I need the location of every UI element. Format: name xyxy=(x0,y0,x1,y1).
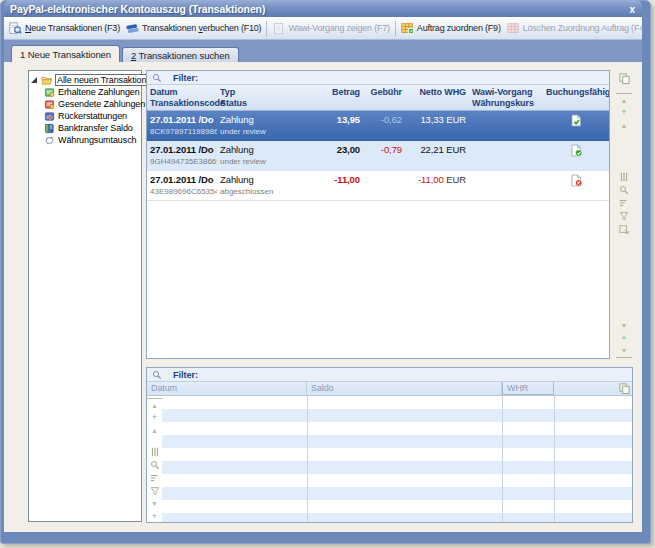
column-separator xyxy=(307,396,308,522)
new-transactions-icon xyxy=(9,22,22,35)
balance-header-row: Datum Saldo WHR xyxy=(147,382,632,396)
balance-grid-toolbar: ▲ + ▲ xyxy=(147,396,162,523)
assign-order-icon xyxy=(401,22,414,35)
column-separator xyxy=(502,396,503,522)
search-grid-button[interactable] xyxy=(616,183,632,196)
balance-grid-body: ▲ + ▲ xyxy=(147,396,632,522)
tree-item-waehrungsumtausch[interactable]: Währungsumtausch xyxy=(29,134,141,146)
scroll-down-button[interactable]: ▼ xyxy=(616,319,632,332)
assign-order-button[interactable]: Auftrag zuordnen (F9) xyxy=(398,20,504,37)
balance-rows[interactable] xyxy=(147,396,632,522)
post-transactions-icon xyxy=(126,22,139,35)
column-header-saldo[interactable]: Saldo xyxy=(307,382,502,395)
transaction-row[interactable]: 27.01.2011 /Do8CK9789711989861D Zahlungu… xyxy=(147,111,609,141)
show-wawi-order-icon xyxy=(272,22,285,35)
column-header-gebuehr[interactable]: Gebühr xyxy=(363,85,405,110)
column-header-betrag[interactable]: Betrag xyxy=(321,85,363,110)
column-header-spacer xyxy=(554,382,617,395)
received-payments-icon xyxy=(44,87,55,98)
transactions-grid: Filter: DatumTransaktionscode TypStatus … xyxy=(146,70,610,359)
document-check-icon xyxy=(570,114,583,127)
add-row-button[interactable]: + xyxy=(616,106,632,119)
transaction-tree-panel: Alle neuen Transaktionen Erhaltene Zahlu… xyxy=(28,70,142,522)
column-header-datum[interactable]: DatumTransaktionscode xyxy=(147,85,217,110)
add-row-button[interactable]: + xyxy=(147,411,163,424)
tree-item-rueckerstattungen[interactable]: Rückerstattungen xyxy=(29,110,141,122)
bank-transfer-icon xyxy=(44,123,55,134)
sort-button[interactable] xyxy=(616,196,632,209)
tab-transaktionen-suchen[interactable]: 2 Transaktionen suchen xyxy=(122,47,239,62)
tab-neue-transaktionen[interactable]: 1 Neue Transaktionen xyxy=(11,45,120,62)
sort-button[interactable] xyxy=(147,471,163,484)
delete-order-assignment-icon xyxy=(507,22,520,35)
add-row-bottom-button[interactable]: + xyxy=(616,332,632,345)
currency-exchange-icon xyxy=(44,135,55,146)
window-frame: PayPal-elektronischer Kontoauszug (Trans… xyxy=(0,0,651,544)
scroll-to-bottom-button[interactable]: ▼ xyxy=(616,345,632,358)
column-header-typ[interactable]: TypStatus xyxy=(217,85,321,110)
tree-item-gesendete-zahlungen[interactable]: Gesendete Zahlungen xyxy=(29,98,141,110)
filter-grid-button[interactable] xyxy=(616,209,632,222)
columns-button[interactable] xyxy=(616,170,632,183)
delete-order-assignment-button[interactable]: Löschen Zuordnung Auftrag (F4) xyxy=(504,20,642,37)
filter-grid-button[interactable] xyxy=(147,484,163,497)
content-area: Alle neuen Transaktionen Erhaltene Zahlu… xyxy=(4,62,642,531)
scroll-to-top-button[interactable]: ▲ xyxy=(616,93,632,106)
column-header-whr[interactable]: WHR xyxy=(502,382,554,395)
titlebar[interactable]: PayPal-elektronischer Kontoauszug (Trans… xyxy=(4,0,642,17)
tab-strip: 1 Neue Transaktionen 2 Transaktionen suc… xyxy=(4,40,642,62)
tree-item-erhaltene-zahlungen[interactable]: Erhaltene Zahlungen xyxy=(29,86,141,98)
balance-filter-row[interactable]: Filter: xyxy=(147,368,632,382)
document-check-circle-icon xyxy=(570,144,583,157)
column-separator xyxy=(554,396,555,522)
sent-payments-icon xyxy=(44,99,55,110)
column-header-datum[interactable]: Datum xyxy=(147,382,307,395)
balance-grid: Filter: Datum Saldo WHR xyxy=(146,367,633,523)
copy-grid-icon[interactable] xyxy=(616,72,632,85)
transactions-grid-toolbar: ▲ + ▲ ▼ + xyxy=(614,72,634,358)
new-transactions-button[interactable]: Neue Transaktionen (F3) xyxy=(6,20,123,37)
show-wawi-order-button[interactable]: Wawi-Vorgang zeigen (F7) xyxy=(269,20,392,37)
copy-grid-icon[interactable] xyxy=(617,382,632,395)
transaction-row[interactable]: 27.01.2011 /Do43E989696C6535442 Zahlunga… xyxy=(147,171,609,201)
toolbar-separator xyxy=(266,21,267,36)
transaction-row[interactable]: 27.01.2011 /Do9GH494735E3866936 Zahlungu… xyxy=(147,141,609,171)
transactions-filter-row[interactable]: Filter: xyxy=(147,71,609,85)
tree-expander-icon[interactable] xyxy=(31,77,37,83)
post-transactions-button[interactable]: Transaktionen verbuchen (F10) xyxy=(123,20,264,37)
window-title: PayPal-elektronischer Kontoauszug (Trans… xyxy=(10,3,265,15)
transactions-header-row: DatumTransaktionscode TypStatus Betrag G… xyxy=(147,85,609,111)
filter-magnifier-icon xyxy=(152,73,162,83)
add-row-bottom-button[interactable]: + xyxy=(147,510,163,523)
tree-item-all-new-transactions[interactable]: Alle neuen Transaktionen xyxy=(29,74,141,86)
document-cross-circle-icon xyxy=(570,174,583,187)
scroll-up-button[interactable]: ▲ xyxy=(616,119,632,132)
tree-item-banktransfer-saldo[interactable]: Banktransfer Saldo xyxy=(29,122,141,134)
scroll-down-button[interactable]: ▼ xyxy=(147,497,163,510)
folder-open-icon xyxy=(41,75,52,86)
scroll-to-top-button[interactable]: ▲ xyxy=(147,398,163,411)
window-body: Neue Transaktionen (F3) Transaktionen ve… xyxy=(4,17,642,532)
search-grid-button[interactable] xyxy=(147,458,163,471)
refunds-icon xyxy=(44,111,55,122)
close-button[interactable]: x xyxy=(626,4,638,15)
toolbar-separator xyxy=(395,21,396,36)
filter-label: Filter: xyxy=(173,73,198,83)
column-header-netto-whg[interactable]: Netto WHG xyxy=(405,85,469,110)
filter-magnifier-icon xyxy=(152,370,162,380)
filter-label: Filter: xyxy=(173,370,198,380)
column-header-wawi-vorgang[interactable]: Wawi-VorgangWährungskurs xyxy=(469,85,543,110)
main-toolbar: Neue Transaktionen (F3) Transaktionen ve… xyxy=(4,17,642,40)
column-header-buchungsfaehig[interactable]: Buchungsfähig xyxy=(543,85,610,110)
export-grid-button[interactable] xyxy=(616,222,632,235)
scroll-up-button[interactable]: ▲ xyxy=(147,424,163,437)
columns-button[interactable] xyxy=(147,445,163,458)
app-window: PayPal-elektronischer Kontoauszug (Trans… xyxy=(0,0,655,548)
